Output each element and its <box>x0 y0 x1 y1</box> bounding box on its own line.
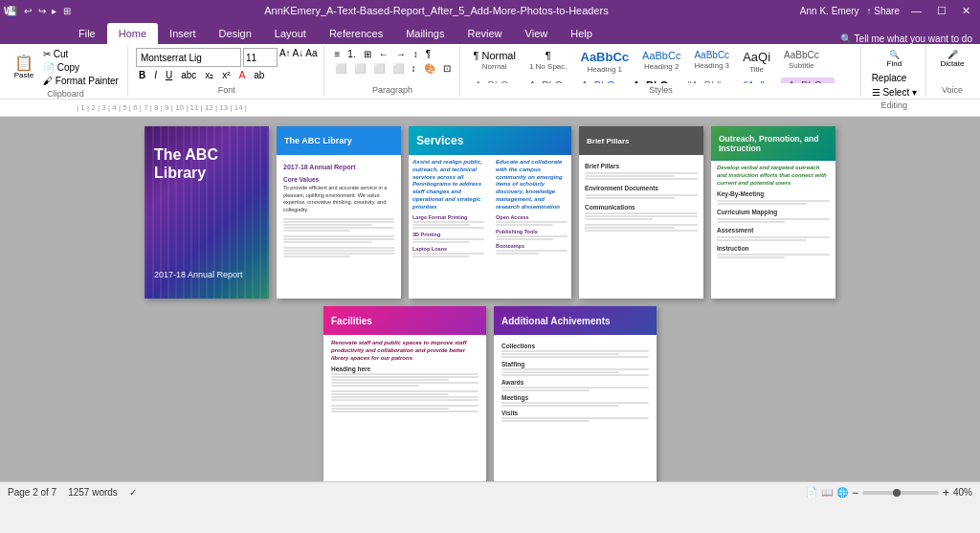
style-subtle-em[interactable]: AaBbCcSubtle Em... <box>468 78 522 83</box>
window-maximize[interactable]: ☐ <box>933 5 950 17</box>
window-share[interactable]: ↑ Share <box>867 6 900 16</box>
para-row1: ≡ 1. ⊞ ← → ↕ ¶ <box>332 48 454 60</box>
italic-button[interactable]: I <box>151 69 160 81</box>
font-size-input[interactable] <box>243 48 278 67</box>
paragraph-group: ≡ 1. ⊞ ← → ↕ ¶ ⬜ ⬜ ⬜ ⬜ ↕ 🎨 ⊡ Paragraph <box>326 46 460 97</box>
replace-button[interactable]: Replace <box>869 72 920 84</box>
style-title[interactable]: AaQiTitle <box>737 48 776 76</box>
tab-insert[interactable]: Insert <box>158 23 208 44</box>
library-header: The ABC Library <box>277 126 401 155</box>
style-strong[interactable]: AaBbCcStrong <box>627 78 679 83</box>
outreach-sh1: Key-By-Meeting <box>717 189 830 199</box>
format-painter-button[interactable]: 🖌 Format Painter <box>40 75 122 87</box>
shading-button[interactable]: 🎨 <box>421 62 438 75</box>
clear-format-icon[interactable]: Aa <box>305 48 317 67</box>
subscript-button[interactable]: x₂ <box>202 69 216 81</box>
zoom-in-button[interactable]: + <box>943 486 949 500</box>
highlight-button[interactable]: ab <box>251 69 267 81</box>
sort-button[interactable]: ↕ <box>411 48 421 60</box>
clipboard-sub: ✂ Cut 📄 Copy 🖌 Format Painter <box>40 48 122 87</box>
tab-help[interactable]: Help <box>559 23 604 44</box>
line-spacing-button[interactable]: ↕ <box>409 62 419 75</box>
multilevel-button[interactable]: ⊞ <box>361 48 374 60</box>
ribbon-content: 📋 Paste ✂ Cut 📄 Copy 🖌 Format Painter Cl… <box>0 44 980 100</box>
pilcrow-button[interactable]: ¶ <box>423 48 434 60</box>
services-left: Assist and realign public, outreach, and… <box>409 155 488 262</box>
outreach-section2: Curriculum Mapping <box>717 208 830 223</box>
tab-references[interactable]: References <box>318 23 394 44</box>
tab-review[interactable]: Review <box>457 23 514 44</box>
pub-line1 <box>496 235 568 237</box>
cut-button[interactable]: ✂ Cut <box>40 48 122 60</box>
pub-line2 <box>496 238 553 240</box>
copy-button[interactable]: 📄 Copy <box>40 61 122 74</box>
page-cover: The ABC Library 2017-18 Annual Report <box>145 126 269 299</box>
ach-sh2: Staffing <box>501 361 649 367</box>
bold-button[interactable]: B <box>136 69 148 81</box>
style-intense-q[interactable]: "Aa"Intense Q... <box>727 78 778 83</box>
layout-web-icon[interactable]: 🌐 <box>836 487 848 498</box>
tab-layout[interactable]: Layout <box>263 23 318 44</box>
border-button[interactable]: ⊡ <box>440 62 454 75</box>
style-emphasis[interactable]: AaBbCcEmphasis <box>523 78 572 83</box>
style-subtle-ref[interactable]: AaBbCcSubtle Ref... <box>781 78 835 83</box>
superscript-button[interactable]: x² <box>219 69 233 81</box>
strikethrough-button[interactable]: abc <box>178 69 199 81</box>
layout-print-icon[interactable]: 📄 <box>806 487 817 498</box>
editing-controls: 🔍 Find Replace ☰ Select ▾ <box>869 48 920 99</box>
pages-row-1: The ABC Library 2017-18 Annual Report Th… <box>145 126 835 299</box>
proofing-icon: ✓ <box>129 487 137 498</box>
tab-design[interactable]: Design <box>208 23 263 44</box>
style-nospace[interactable]: ¶1 No Spac. <box>523 48 573 76</box>
achievements-title: Additional Achivements <box>501 316 611 326</box>
styles-label: Styles <box>649 85 673 95</box>
style-intense-em[interactable]: AaBbCcIntense E... <box>574 78 624 83</box>
style-quote[interactable]: "AaBb"Quote <box>681 78 726 83</box>
indent-decrease-button[interactable]: ← <box>376 48 391 60</box>
achievements-body: Collections Staffing Awards <box>494 335 657 428</box>
shrink-icon[interactable]: A↓ <box>293 48 304 67</box>
tab-file[interactable]: File <box>67 23 107 44</box>
styles-swatches: ¶ NormalNormal ¶1 No Spac. AaBbCcHeading… <box>468 48 855 83</box>
tab-view[interactable]: View <box>514 23 560 44</box>
zoom-level: 40% <box>953 487 972 498</box>
font-color-button[interactable]: A <box>236 69 249 81</box>
select-button[interactable]: ☰ Select ▾ <box>869 86 920 99</box>
align-center-button[interactable]: ⬜ <box>351 62 368 75</box>
window-close[interactable]: ✕ <box>958 5 974 17</box>
align-left-button[interactable]: ⬜ <box>332 62 349 75</box>
window-minimize[interactable]: — <box>907 5 925 16</box>
zoom-out-button[interactable]: − <box>852 486 858 500</box>
justify-button[interactable]: ⬜ <box>390 62 407 75</box>
tab-home[interactable]: Home <box>107 23 158 44</box>
laptop-title: Laptop Loans <box>412 246 484 252</box>
align-right-button[interactable]: ⬜ <box>370 62 388 75</box>
find-button[interactable]: 🔍 Find <box>869 48 920 70</box>
grow-icon[interactable]: A↑ <box>279 48 291 67</box>
services-body: Assist and realign public, outreach, and… <box>409 155 571 262</box>
style-heading1[interactable]: AaBbCcHeading 1 <box>575 48 635 76</box>
font-label: Font <box>218 85 235 95</box>
status-bar: Page 2 of 7 1257 words ✓ 📄 📖 🌐 − + 40% <box>0 481 980 502</box>
indent-increase-button[interactable]: → <box>393 48 409 60</box>
page-count: Page 2 of 7 <box>8 487 56 498</box>
editing-label: Editing <box>881 100 908 110</box>
style-heading2[interactable]: AaBbCcHeading 2 <box>636 48 686 76</box>
bullets-button[interactable]: ≡ <box>332 48 344 60</box>
underline-button[interactable]: U <box>163 69 175 81</box>
style-heading3[interactable]: AaBbCcHeading 3 <box>688 48 735 76</box>
tab-mailings[interactable]: Mailings <box>394 23 456 44</box>
style-subtitle[interactable]: AaBbCcSubtitle <box>778 48 825 76</box>
paste-button[interactable]: 📋 Paste <box>10 54 38 81</box>
style-normal[interactable]: ¶ NormalNormal <box>468 48 522 76</box>
pages-row-2: Facilities Renovate staff and public spa… <box>323 306 657 481</box>
printing-title: 3D Printing <box>412 232 484 237</box>
search-bar[interactable]: 🔍 Tell me what you want to do <box>833 33 980 44</box>
layout-read-icon[interactable]: 📖 <box>821 487 833 498</box>
find-icon: 🔍 <box>889 50 900 59</box>
font-name-input[interactable] <box>136 48 241 67</box>
zoom-slider[interactable] <box>862 491 939 495</box>
brief-header: Brief Pillars <box>579 126 703 155</box>
numbering-button[interactable]: 1. <box>345 48 358 60</box>
dictate-button[interactable]: 🎤 Dictate <box>937 48 969 70</box>
